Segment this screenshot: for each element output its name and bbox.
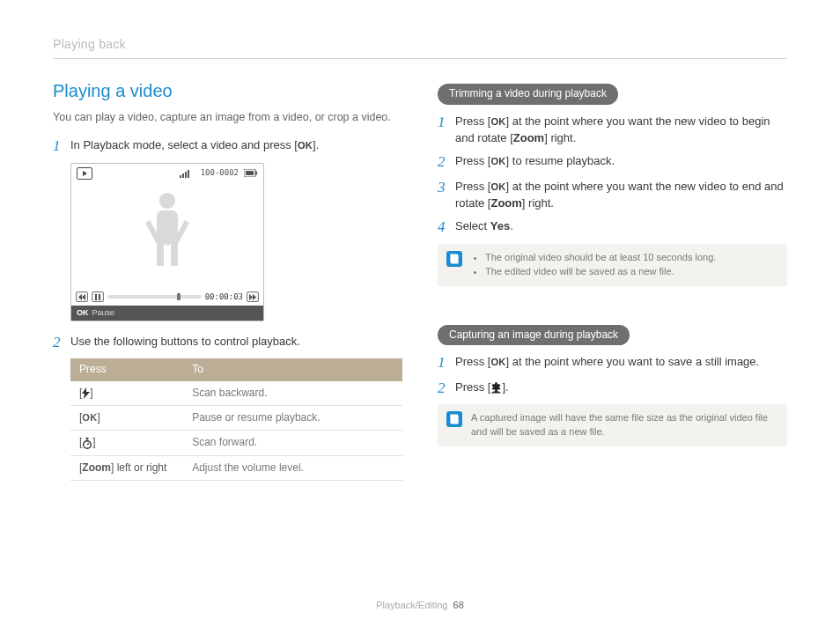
controls-table: Press To [] Scan backward. [OK] [70,358,402,481]
step-number: 4 [438,218,455,236]
to-cell: Scan backward. [183,381,402,406]
svg-rect-0 [180,175,181,178]
step-number: 1 [438,114,455,131]
file-counter: 100-0002 [201,167,239,179]
to-cell: Scan forward. [183,431,402,455]
ok-icon: OK [490,115,505,129]
signal-icon [180,169,195,178]
svg-rect-7 [95,294,97,300]
table-row: [] Scan backward. [70,381,402,406]
svg-rect-6 [246,171,254,175]
svg-rect-5 [255,172,257,175]
svg-rect-2 [185,172,187,178]
ok-label: OK [77,308,89,317]
timecode: 00:00:03 [205,291,243,303]
note-icon [446,251,462,267]
pause-button[interactable] [92,291,104,302]
step-number: 1 [53,137,70,155]
video-footer: OKPause [71,306,263,321]
trim-step-1: 1 Press [OK] at the point where you want… [438,114,787,147]
press-cell: [OK] [70,406,183,431]
trim-step-2: 2 Press [OK] to resume playback. [438,153,787,171]
step-number: 2 [438,380,455,397]
subsection-pill-trimming: Trimming a video during playback [438,84,618,104]
person-silhouette-icon [136,193,198,276]
step-number: 2 [53,334,70,351]
video-screenshot: 100-0002 00:00 [70,163,264,321]
trim-step-4: 4 Select Yes. [438,218,787,236]
page-footer: Playback/Editing 68 [0,599,840,613]
ok-icon: OK [490,155,505,169]
footer-action: Pause [92,308,115,317]
svg-rect-3 [188,170,189,178]
step-number: 3 [438,179,455,196]
table-row: [] Scan forward. [70,431,402,455]
subsection-pill-capture: Capturing an image during playback [438,325,630,345]
playback-controls: 00:00:03 [71,289,263,306]
page-number: 68 [453,600,464,610]
table-row: [Zoom] left or right Adjust the volume l… [70,455,402,480]
svg-rect-10 [86,438,89,439]
play-icon [77,167,92,180]
tip-box: The original video should be at least 10… [438,244,787,286]
section-title: Playing a video [53,78,402,104]
video-topbar: 100-0002 [71,164,263,183]
trim-step-3: 3 Press [OK] at the point where you want… [438,179,787,212]
text: ]. [313,138,319,151]
tip-text: A captured image will have the same file… [471,411,778,439]
step-text: Use the following buttons to control pla… [70,334,402,350]
step-2: 2 Use the following buttons to control p… [53,334,402,351]
ok-icon: OK [82,411,97,425]
svg-rect-8 [99,294,100,300]
step-text: Press []. [455,380,787,396]
svg-line-12 [87,443,89,445]
svg-rect-1 [182,173,184,178]
step-number: 2 [438,153,455,171]
flash-icon [82,387,90,399]
step-number: 1 [438,354,455,372]
press-cell: [] [70,381,183,406]
table-header-press: Press [70,358,183,380]
timer-icon [82,438,92,449]
divider [53,58,787,59]
ok-icon: OK [490,181,505,195]
press-cell: [Zoom] left or right [70,455,183,480]
step-1: 1 In Playback mode, select a video and p… [53,137,402,155]
ok-icon: OK [298,139,313,153]
table-row: [OK] Pause or resume playback. [70,406,402,431]
left-column: Playing a video You can play a video, ca… [53,78,402,486]
step-text: Select Yes. [455,218,787,235]
battery-icon [244,169,258,177]
table-header-to: To [183,358,402,380]
footer-section: Playback/Editing [376,600,447,610]
forward-button[interactable] [247,291,259,302]
video-canvas [71,183,263,289]
rewind-button[interactable] [76,291,88,302]
press-cell: [] [70,431,183,455]
ok-icon: OK [490,356,505,370]
note-icon [446,411,462,427]
text: In Playback mode, select a video and pre… [70,138,298,151]
to-cell: Pause or resume playback. [183,406,402,431]
progress-bar[interactable] [107,295,202,299]
cap-step-2: 2 Press []. [438,380,787,397]
step-text: Press [OK] at the point where you want t… [455,114,787,147]
tip-box: A captured image will have the same file… [438,404,787,446]
step-text: Press [OK] at the point where you want t… [455,179,787,212]
step-text: In Playback mode, select a video and pre… [70,137,402,154]
tip-item: The edited video will be saved as a new … [485,265,716,279]
macro-flower-icon [490,382,502,394]
section-lead: You can play a video, capture an image f… [53,109,402,125]
breadcrumb: Playing back [53,35,787,53]
to-cell: Adjust the volume level. [183,455,402,480]
right-column: Trimming a video during playback 1 Press… [438,78,787,486]
cap-step-1: 1 Press [OK] at the point where you want… [438,354,787,372]
step-text: Press [OK] to resume playback. [455,153,787,170]
tip-item: The original video should be at least 10… [485,251,716,265]
step-text: Press [OK] at the point where you want t… [455,354,787,371]
